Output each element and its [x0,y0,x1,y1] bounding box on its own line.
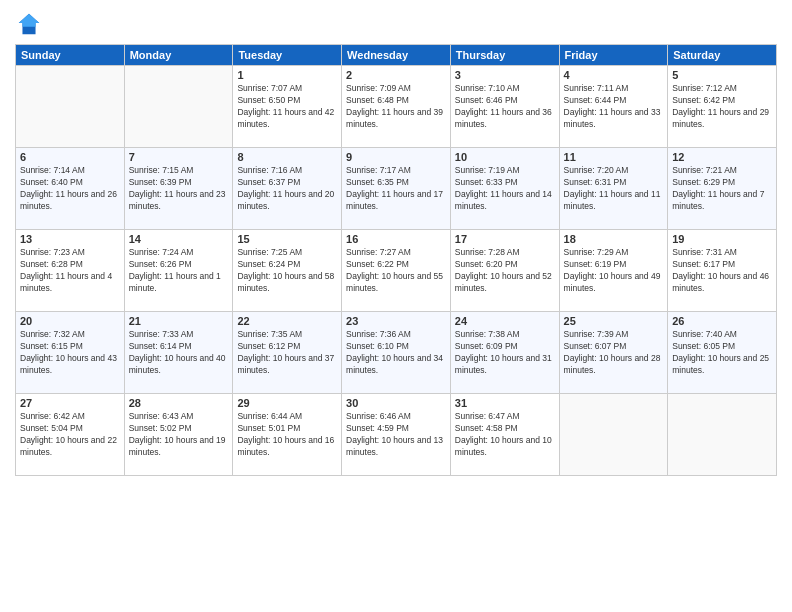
day-number: 25 [564,315,664,327]
day-number: 31 [455,397,555,409]
calendar-cell: 22Sunrise: 7:35 AMSunset: 6:12 PMDayligh… [233,312,342,394]
weekday-header: Thursday [450,45,559,66]
day-info: Sunrise: 7:35 AMSunset: 6:12 PMDaylight:… [237,329,337,377]
day-number: 9 [346,151,446,163]
day-info: Sunrise: 7:25 AMSunset: 6:24 PMDaylight:… [237,247,337,295]
day-info: Sunrise: 6:44 AMSunset: 5:01 PMDaylight:… [237,411,337,459]
day-info: Sunrise: 7:36 AMSunset: 6:10 PMDaylight:… [346,329,446,377]
calendar-cell [559,394,668,476]
weekday-header: Saturday [668,45,777,66]
day-info: Sunrise: 6:43 AMSunset: 5:02 PMDaylight:… [129,411,229,459]
calendar-cell: 4Sunrise: 7:11 AMSunset: 6:44 PMDaylight… [559,66,668,148]
day-number: 23 [346,315,446,327]
day-number: 30 [346,397,446,409]
day-number: 17 [455,233,555,245]
day-info: Sunrise: 6:46 AMSunset: 4:59 PMDaylight:… [346,411,446,459]
calendar-week-row: 6Sunrise: 7:14 AMSunset: 6:40 PMDaylight… [16,148,777,230]
day-info: Sunrise: 7:40 AMSunset: 6:05 PMDaylight:… [672,329,772,377]
day-number: 14 [129,233,229,245]
calendar-cell: 15Sunrise: 7:25 AMSunset: 6:24 PMDayligh… [233,230,342,312]
calendar-cell: 14Sunrise: 7:24 AMSunset: 6:26 PMDayligh… [124,230,233,312]
day-number: 7 [129,151,229,163]
calendar-cell: 9Sunrise: 7:17 AMSunset: 6:35 PMDaylight… [342,148,451,230]
calendar-cell: 30Sunrise: 6:46 AMSunset: 4:59 PMDayligh… [342,394,451,476]
day-number: 12 [672,151,772,163]
calendar-cell: 5Sunrise: 7:12 AMSunset: 6:42 PMDaylight… [668,66,777,148]
day-number: 15 [237,233,337,245]
day-info: Sunrise: 7:29 AMSunset: 6:19 PMDaylight:… [564,247,664,295]
day-number: 13 [20,233,120,245]
day-info: Sunrise: 7:39 AMSunset: 6:07 PMDaylight:… [564,329,664,377]
day-info: Sunrise: 7:24 AMSunset: 6:26 PMDaylight:… [129,247,229,295]
weekday-header: Friday [559,45,668,66]
day-info: Sunrise: 7:21 AMSunset: 6:29 PMDaylight:… [672,165,772,213]
day-info: Sunrise: 7:23 AMSunset: 6:28 PMDaylight:… [20,247,120,295]
calendar-cell: 3Sunrise: 7:10 AMSunset: 6:46 PMDaylight… [450,66,559,148]
day-info: Sunrise: 7:12 AMSunset: 6:42 PMDaylight:… [672,83,772,131]
weekday-header: Wednesday [342,45,451,66]
calendar-week-row: 13Sunrise: 7:23 AMSunset: 6:28 PMDayligh… [16,230,777,312]
day-number: 8 [237,151,337,163]
day-number: 24 [455,315,555,327]
weekday-header: Monday [124,45,233,66]
day-number: 18 [564,233,664,245]
day-info: Sunrise: 7:07 AMSunset: 6:50 PMDaylight:… [237,83,337,131]
day-info: Sunrise: 7:20 AMSunset: 6:31 PMDaylight:… [564,165,664,213]
calendar-cell: 6Sunrise: 7:14 AMSunset: 6:40 PMDaylight… [16,148,125,230]
calendar-week-row: 27Sunrise: 6:42 AMSunset: 5:04 PMDayligh… [16,394,777,476]
day-info: Sunrise: 7:31 AMSunset: 6:17 PMDaylight:… [672,247,772,295]
day-info: Sunrise: 7:15 AMSunset: 6:39 PMDaylight:… [129,165,229,213]
day-info: Sunrise: 6:47 AMSunset: 4:58 PMDaylight:… [455,411,555,459]
day-info: Sunrise: 7:38 AMSunset: 6:09 PMDaylight:… [455,329,555,377]
day-info: Sunrise: 7:27 AMSunset: 6:22 PMDaylight:… [346,247,446,295]
calendar-cell: 13Sunrise: 7:23 AMSunset: 6:28 PMDayligh… [16,230,125,312]
weekday-header: Sunday [16,45,125,66]
calendar-cell: 23Sunrise: 7:36 AMSunset: 6:10 PMDayligh… [342,312,451,394]
day-info: Sunrise: 7:09 AMSunset: 6:48 PMDaylight:… [346,83,446,131]
day-info: Sunrise: 7:32 AMSunset: 6:15 PMDaylight:… [20,329,120,377]
calendar-week-row: 20Sunrise: 7:32 AMSunset: 6:15 PMDayligh… [16,312,777,394]
day-info: Sunrise: 7:33 AMSunset: 6:14 PMDaylight:… [129,329,229,377]
calendar-cell [668,394,777,476]
calendar-cell [16,66,125,148]
day-number: 27 [20,397,120,409]
calendar-cell: 16Sunrise: 7:27 AMSunset: 6:22 PMDayligh… [342,230,451,312]
logo [15,10,47,38]
day-info: Sunrise: 7:10 AMSunset: 6:46 PMDaylight:… [455,83,555,131]
day-number: 4 [564,69,664,81]
svg-marker-1 [19,14,40,27]
calendar-cell: 11Sunrise: 7:20 AMSunset: 6:31 PMDayligh… [559,148,668,230]
day-number: 6 [20,151,120,163]
calendar-cell: 10Sunrise: 7:19 AMSunset: 6:33 PMDayligh… [450,148,559,230]
calendar-cell: 7Sunrise: 7:15 AMSunset: 6:39 PMDaylight… [124,148,233,230]
calendar-cell: 18Sunrise: 7:29 AMSunset: 6:19 PMDayligh… [559,230,668,312]
calendar-cell: 17Sunrise: 7:28 AMSunset: 6:20 PMDayligh… [450,230,559,312]
weekday-header: Tuesday [233,45,342,66]
logo-icon [15,10,43,38]
day-info: Sunrise: 7:28 AMSunset: 6:20 PMDaylight:… [455,247,555,295]
calendar-cell [124,66,233,148]
day-number: 29 [237,397,337,409]
calendar-cell: 20Sunrise: 7:32 AMSunset: 6:15 PMDayligh… [16,312,125,394]
day-number: 10 [455,151,555,163]
day-number: 21 [129,315,229,327]
calendar: SundayMondayTuesdayWednesdayThursdayFrid… [15,44,777,476]
day-info: Sunrise: 7:11 AMSunset: 6:44 PMDaylight:… [564,83,664,131]
day-number: 26 [672,315,772,327]
calendar-cell: 24Sunrise: 7:38 AMSunset: 6:09 PMDayligh… [450,312,559,394]
calendar-cell: 21Sunrise: 7:33 AMSunset: 6:14 PMDayligh… [124,312,233,394]
day-number: 5 [672,69,772,81]
calendar-cell: 29Sunrise: 6:44 AMSunset: 5:01 PMDayligh… [233,394,342,476]
calendar-week-row: 1Sunrise: 7:07 AMSunset: 6:50 PMDaylight… [16,66,777,148]
day-info: Sunrise: 7:19 AMSunset: 6:33 PMDaylight:… [455,165,555,213]
day-number: 3 [455,69,555,81]
header [15,10,777,38]
weekday-header-row: SundayMondayTuesdayWednesdayThursdayFrid… [16,45,777,66]
day-number: 1 [237,69,337,81]
day-number: 2 [346,69,446,81]
calendar-cell: 25Sunrise: 7:39 AMSunset: 6:07 PMDayligh… [559,312,668,394]
page: SundayMondayTuesdayWednesdayThursdayFrid… [0,0,792,612]
day-info: Sunrise: 7:16 AMSunset: 6:37 PMDaylight:… [237,165,337,213]
day-number: 16 [346,233,446,245]
day-info: Sunrise: 7:14 AMSunset: 6:40 PMDaylight:… [20,165,120,213]
